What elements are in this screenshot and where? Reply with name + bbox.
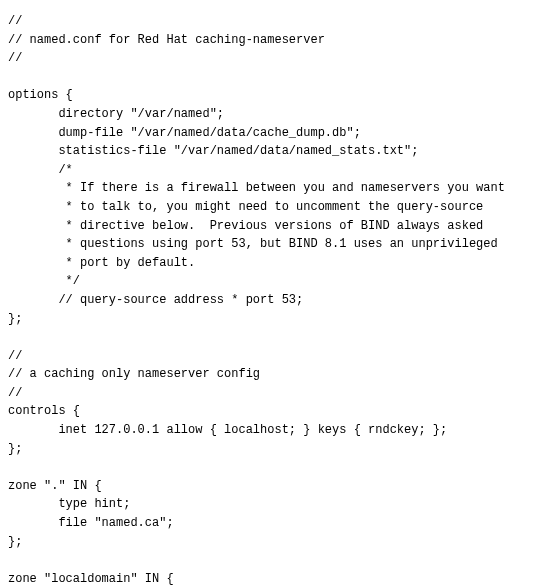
code-line: // query-source address * port 53; [8, 291, 547, 310]
code-line: controls { [8, 402, 547, 421]
code-line: zone "localdomain" IN { [8, 570, 547, 587]
code-line: /* [8, 161, 547, 180]
code-line: // [8, 49, 547, 68]
code-line [8, 551, 547, 570]
code-line: options { [8, 86, 547, 105]
code-line: type hint; [8, 495, 547, 514]
code-line: * directive below. Previous versions of … [8, 217, 547, 236]
code-line: // [8, 384, 547, 403]
code-line: }; [8, 533, 547, 552]
config-file-text: //// named.conf for Red Hat caching-name… [8, 12, 547, 587]
code-line [8, 458, 547, 477]
code-line [8, 328, 547, 347]
code-line: * questions using port 53, but BIND 8.1 … [8, 235, 547, 254]
code-line: inet 127.0.0.1 allow { localhost; } keys… [8, 421, 547, 440]
code-line: // [8, 347, 547, 366]
code-line: * to talk to, you might need to uncommen… [8, 198, 547, 217]
code-line: directory "/var/named"; [8, 105, 547, 124]
code-line: statistics-file "/var/named/data/named_s… [8, 142, 547, 161]
code-line: * port by default. [8, 254, 547, 273]
code-line: file "named.ca"; [8, 514, 547, 533]
code-line: dump-file "/var/named/data/cache_dump.db… [8, 124, 547, 143]
code-line: // named.conf for Red Hat caching-namese… [8, 31, 547, 50]
code-line: // a caching only nameserver config [8, 365, 547, 384]
document-body: { "lines": [ "//", "// named.conf for Re… [0, 0, 555, 587]
code-line: */ [8, 272, 547, 291]
code-line: }; [8, 310, 547, 329]
code-line: zone "." IN { [8, 477, 547, 496]
code-line [8, 68, 547, 87]
code-line: * If there is a firewall between you and… [8, 179, 547, 198]
code-line: // [8, 12, 547, 31]
code-line: }; [8, 440, 547, 459]
